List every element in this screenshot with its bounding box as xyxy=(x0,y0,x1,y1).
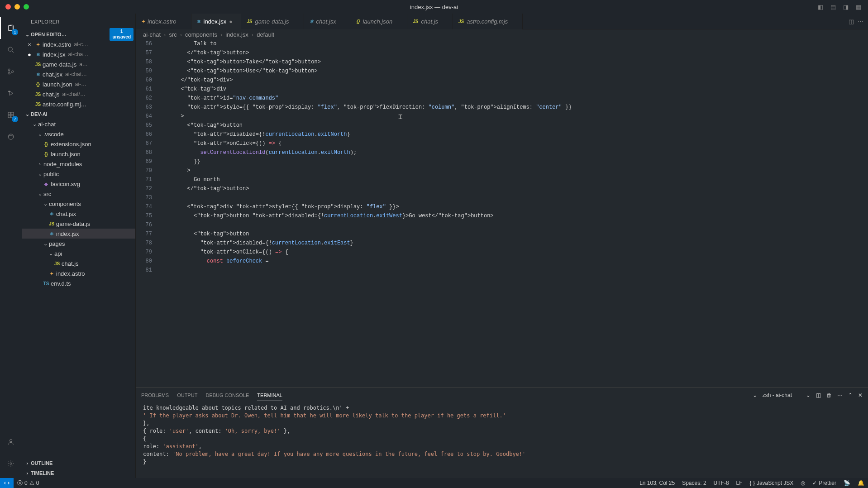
editor-tab[interactable]: JS chat.js xyxy=(407,14,453,29)
open-editor-item[interactable]: ⚛ chat.jsx ai-chat… xyxy=(22,69,135,79)
problems-tab[interactable]: PROBLEMS xyxy=(141,390,169,401)
tree-item[interactable]: {} extensions.json xyxy=(22,139,135,149)
terminal-more-icon[interactable]: ⋯ xyxy=(837,392,843,398)
open-editor-item[interactable]: JS game-data.js a… xyxy=(22,59,135,69)
file-path-suffix: ai-c… xyxy=(74,41,88,48)
editor-tab[interactable]: JS game-data.js xyxy=(241,14,304,29)
code-content[interactable]: Talk to </"tok-tag">button> <"tok-tag">b… xyxy=(161,39,868,388)
code-editor[interactable]: 5657585960616263646566676869707172737475… xyxy=(136,39,868,388)
editor-tab[interactable]: JS astro.config.mjs xyxy=(453,14,523,29)
status-spaces[interactable]: Spaces: 2 xyxy=(678,480,710,486)
activity-search[interactable] xyxy=(0,39,22,61)
output-tab[interactable]: OUTPUT xyxy=(177,390,197,401)
split-editor-icon[interactable]: ◫ xyxy=(849,18,854,25)
maximize-panel-icon[interactable]: ⌃ xyxy=(848,392,853,398)
chevron-down-icon: ⌄ xyxy=(24,32,31,38)
tree-item[interactable]: ⌄ .vscode xyxy=(22,129,135,139)
breadcrumb-segment[interactable]: ai-chat xyxy=(143,31,161,38)
tree-item-label: index.astro xyxy=(56,270,85,277)
open-editors-section[interactable]: ⌄ OPEN EDITO… 1 unsaved xyxy=(22,29,135,39)
astro-file-icon: ✦ xyxy=(141,19,145,24)
activity-extensions[interactable]: 7 xyxy=(0,104,22,126)
open-editor-item[interactable]: {} launch.json ai-… xyxy=(22,79,135,89)
breadcrumb-segment[interactable]: index.jsx xyxy=(225,31,248,38)
terminal-dropdown-icon[interactable]: ⌄ xyxy=(806,392,811,398)
status-language[interactable]: { } JavaScript JSX xyxy=(746,480,797,486)
tab-more-icon[interactable]: ⋯ xyxy=(858,18,863,25)
activity-account[interactable] xyxy=(0,431,22,453)
timeline-section[interactable]: › TIMELINE xyxy=(22,468,135,478)
tree-item[interactable]: ⚛ index.jsx xyxy=(22,229,135,239)
new-terminal-icon[interactable]: + xyxy=(797,392,801,398)
tree-item[interactable]: {} launch.json xyxy=(22,149,135,159)
status-prettier[interactable]: ✓ Prettier xyxy=(809,480,840,486)
tree-item[interactable]: ⌄ api xyxy=(22,249,135,258)
chevron-down-icon: ⌄ xyxy=(31,121,38,127)
editor-tab[interactable]: {} launch.json xyxy=(351,14,408,29)
project-section[interactable]: ⌄ DEV-AI xyxy=(22,109,135,119)
breadcrumb-segment[interactable]: components xyxy=(185,31,217,38)
activity-settings[interactable] xyxy=(0,453,22,474)
activity-explorer[interactable]: 1 xyxy=(0,17,22,39)
activity-source-control[interactable] xyxy=(0,61,22,82)
editor-tab[interactable]: ⚛ chat.jsx xyxy=(304,14,351,29)
toggle-panel-left-icon[interactable]: ◧ xyxy=(816,2,825,12)
status-feedback[interactable]: 📡 xyxy=(840,480,854,486)
svg-point-3 xyxy=(12,71,14,72)
toggle-panel-bottom-icon[interactable]: ▤ xyxy=(828,2,838,12)
svg-point-9 xyxy=(8,134,14,139)
close-window-button[interactable] xyxy=(5,4,11,10)
customize-layout-icon[interactable]: ▦ xyxy=(854,2,863,12)
open-editor-item[interactable]: × ✦ index.astro ai-c… xyxy=(22,39,135,49)
remote-indicator[interactable] xyxy=(0,478,14,488)
open-editor-item[interactable]: JS chat.js ai-chat/… xyxy=(22,89,135,99)
outline-section[interactable]: › OUTLINE xyxy=(22,458,135,468)
close-panel-icon[interactable]: ✕ xyxy=(858,392,863,398)
split-terminal-icon[interactable]: ◫ xyxy=(816,392,821,398)
kill-terminal-icon[interactable]: 🗑 xyxy=(826,392,832,398)
tree-item[interactable]: ⌄ ai-chat xyxy=(22,119,135,129)
status-line-col[interactable]: Ln 103, Col 25 xyxy=(636,480,678,486)
tree-item[interactable]: TS env.d.ts xyxy=(22,278,135,288)
tree-item[interactable]: ⌄ components xyxy=(22,199,135,209)
status-bell[interactable]: 🔔 xyxy=(854,480,868,486)
toggle-panel-right-icon[interactable]: ◨ xyxy=(841,2,851,12)
breadcrumb-segment[interactable]: src xyxy=(169,31,176,38)
debug-console-tab[interactable]: DEBUG CONSOLE xyxy=(205,390,249,401)
react-file-icon: ⚛ xyxy=(33,52,43,57)
terminal-shell-icon[interactable]: ⌄ xyxy=(753,392,757,398)
tree-item[interactable]: JS game-data.js xyxy=(22,219,135,229)
activity-debug[interactable] xyxy=(0,82,22,104)
dirty-dot-icon[interactable]: ● xyxy=(229,18,235,25)
terminal-shell-label[interactable]: zsh - ai-chat xyxy=(763,392,792,398)
close-icon[interactable]: × xyxy=(25,41,33,48)
tree-item[interactable]: ⌄ src xyxy=(22,189,135,199)
open-editor-item[interactable]: ● ⚛ index.jsx ai-cha… xyxy=(22,49,135,59)
status-errors[interactable]: ⓧ 0 ⚠ 0 xyxy=(14,478,43,488)
tree-item[interactable]: ⚛ chat.jsx xyxy=(22,209,135,219)
minimize-window-button[interactable] xyxy=(14,4,20,10)
tree-item[interactable]: JS chat.js xyxy=(22,258,135,268)
file-path-suffix: ai-chat/… xyxy=(62,91,86,97)
tree-item-label: src xyxy=(43,191,51,197)
maximize-window-button[interactable] xyxy=(24,4,29,10)
terminal-output[interactable]: ite knowledgeable about topics related t… xyxy=(136,402,868,478)
terminal-tab[interactable]: TERMINAL xyxy=(257,390,282,401)
breadcrumb[interactable]: ai-chat›src›components›index.jsx›default xyxy=(136,29,868,39)
tree-item[interactable]: ✦ index.astro xyxy=(22,268,135,278)
tree-item[interactable]: ◆ favicon.svg xyxy=(22,179,135,189)
breadcrumb-segment[interactable]: default xyxy=(257,31,274,38)
activity-edge[interactable] xyxy=(0,126,22,148)
status-encoding[interactable]: UTF-8 xyxy=(710,480,733,486)
status-copilot[interactable]: ◎ xyxy=(797,480,809,486)
editor-tab[interactable]: ⚛ index.jsx ● xyxy=(191,14,242,29)
js-file-icon: JS xyxy=(47,221,56,226)
tree-item[interactable]: ⌄ pages xyxy=(22,239,135,249)
open-editor-item[interactable]: JS astro.config.mj… xyxy=(22,99,135,109)
svg-file-icon: ◆ xyxy=(42,182,51,187)
sidebar-more-icon[interactable]: ⋯ xyxy=(125,19,130,24)
status-eol[interactable]: LF xyxy=(733,480,746,486)
tree-item[interactable]: › node_modules xyxy=(22,159,135,169)
editor-tab[interactable]: ✦ index.astro xyxy=(136,14,191,29)
tree-item[interactable]: ⌄ public xyxy=(22,169,135,179)
